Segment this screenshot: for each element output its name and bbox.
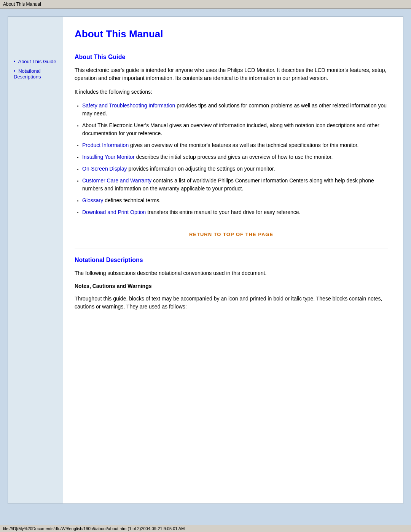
return-to-top[interactable]: RETURN TO TOP OF THE PAGE bbox=[75, 232, 388, 237]
notational-heading: Notational Descriptions bbox=[75, 257, 388, 264]
divider-top bbox=[75, 46, 388, 46]
list-item-text: provides information on adjusting the se… bbox=[128, 166, 275, 172]
about-guide-heading: About This Guide bbox=[75, 54, 388, 61]
link-download[interactable]: Download and Print Option bbox=[82, 209, 146, 215]
sidebar-link-about-guide[interactable]: About This Guide bbox=[18, 59, 56, 64]
notational-section: Notational Descriptions The following su… bbox=[75, 257, 388, 311]
notational-intro: The following subsections describe notat… bbox=[75, 269, 388, 277]
sidebar: • About This Guide • Notational Descript… bbox=[8, 17, 63, 503]
list-item: Product Information gives an overview of… bbox=[82, 141, 388, 149]
notes-cautions-text: Throughout this guide, blocks of text ma… bbox=[75, 295, 388, 311]
main-content: About This Manual About This Guide This … bbox=[63, 17, 403, 503]
sidebar-item-notational[interactable]: • Notational Descriptions bbox=[14, 68, 59, 80]
link-safety[interactable]: Safety and Troubleshooting Information bbox=[82, 102, 175, 109]
title-bar-text: About This Manual bbox=[3, 2, 41, 7]
list-item: Customer Care and Warranty contains a li… bbox=[82, 177, 388, 193]
status-bar-text: file:///D|/My%20Documents/dfu/W9/english… bbox=[3, 526, 185, 531]
about-guide-intro1: This electronic user's guide is intended… bbox=[75, 66, 388, 82]
bullet-icon-2: • bbox=[14, 68, 16, 74]
list-item-text: gives an overview of the monitor's featu… bbox=[130, 142, 358, 148]
list-item-text: describes the initial setup process and … bbox=[136, 154, 333, 160]
list-item-text: defines technical terms. bbox=[105, 197, 161, 203]
about-guide-intro2: It includes the following sections: bbox=[75, 88, 388, 96]
link-glossary[interactable]: Glossary bbox=[82, 197, 103, 203]
main-container: • About This Guide • Notational Descript… bbox=[0, 9, 411, 523]
bullet-list: Safety and Troubleshooting Information p… bbox=[82, 102, 388, 216]
link-product-info[interactable]: Product Information bbox=[82, 142, 129, 148]
link-osd[interactable]: On-Screen Display bbox=[82, 166, 127, 172]
return-to-top-link[interactable]: RETURN TO TOP OF THE PAGE bbox=[189, 232, 273, 237]
link-installing[interactable]: Installing Your Monitor bbox=[82, 154, 135, 160]
divider-middle bbox=[75, 249, 388, 249]
list-item: About This Electronic User's Manual give… bbox=[82, 121, 388, 137]
about-guide-section: About This Guide This electronic user's … bbox=[75, 54, 388, 237]
list-item-text: transfers this entire manual to your har… bbox=[147, 209, 300, 215]
title-bar: About This Manual bbox=[0, 0, 411, 9]
sidebar-link-notational[interactable]: Notational Descriptions bbox=[14, 68, 41, 80]
sidebar-item-about-guide[interactable]: • About This Guide bbox=[14, 59, 59, 64]
list-item-text: About This Electronic User's Manual give… bbox=[82, 122, 379, 136]
content-wrapper: • About This Guide • Notational Descript… bbox=[8, 16, 403, 504]
link-customer-care[interactable]: Customer Care and Warranty bbox=[82, 177, 151, 184]
status-bar: file:///D|/My%20Documents/dfu/W9/english… bbox=[0, 525, 411, 532]
bullet-icon: • bbox=[14, 59, 16, 64]
list-item: Installing Your Monitor describes the in… bbox=[82, 153, 388, 161]
notes-cautions-heading: Notes, Cautions and Warnings bbox=[75, 283, 388, 289]
page-title: About This Manual bbox=[75, 28, 388, 40]
list-item: Download and Print Option transfers this… bbox=[82, 208, 388, 216]
list-item: Glossary defines technical terms. bbox=[82, 197, 388, 204]
list-item: Safety and Troubleshooting Information p… bbox=[82, 102, 388, 118]
list-item: On-Screen Display provides information o… bbox=[82, 165, 388, 173]
